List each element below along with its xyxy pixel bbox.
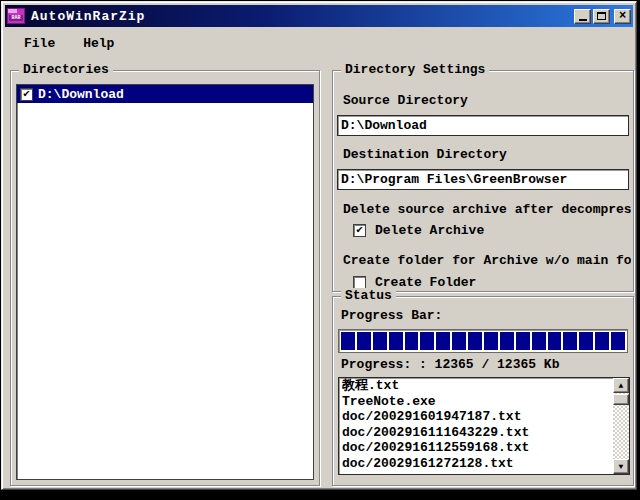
file-row[interactable]: 教程.txt (339, 378, 613, 394)
progress-segment (341, 332, 355, 350)
scrollbar-thumb[interactable] (613, 394, 629, 405)
file-listbox[interactable]: 教程.txtTreeNote.exedoc/200291601947187.tx… (338, 377, 630, 475)
progress-segment (611, 332, 625, 350)
progress-segment (452, 332, 466, 350)
progress-segment (500, 332, 514, 350)
progress-segment (579, 332, 593, 350)
title-bar: RAR AutoWinRarZip × (5, 5, 633, 27)
progress-segment (357, 332, 371, 350)
close-icon: × (619, 10, 626, 22)
file-row[interactable]: TreeNote.exe (339, 394, 613, 410)
window-title: AutoWinRarZip (31, 9, 145, 24)
file-row[interactable]: doc/2002916111643229.txt (339, 425, 613, 441)
delete-archive-checkbox[interactable]: ✔ (353, 224, 366, 237)
create-folder-question: Create folder for Archive w/o main fold (343, 253, 631, 268)
status-group: Status Progress Bar: Progress: : 12365 /… (332, 296, 634, 486)
progress-text: Progress: : 12365 / 12365 Kb (341, 357, 559, 372)
progress-segment (405, 332, 419, 350)
app-icon-label: RAR (9, 15, 23, 21)
progress-segment (420, 332, 434, 350)
file-row[interactable]: doc/20029161272128.txt (339, 456, 613, 472)
scroll-up-button[interactable]: ▲ (613, 378, 629, 393)
delete-archive-question: Delete source archive after decompress? (343, 202, 631, 217)
progress-segment (563, 332, 577, 350)
directory-settings-group: Directory Settings Source Directory Dest… (332, 70, 634, 292)
settings-group-label: Directory Settings (341, 62, 489, 77)
destination-directory-input[interactable] (337, 169, 629, 190)
source-directory-input[interactable] (337, 115, 629, 136)
progress-segment (436, 332, 450, 350)
check-icon: ✔ (356, 225, 363, 236)
progress-segment (532, 332, 546, 350)
maximize-icon (597, 12, 606, 20)
progress-bar-label: Progress Bar: (341, 308, 442, 323)
directory-path: D:\Download (38, 87, 124, 102)
directories-group: Directories ✔ D:\Download (10, 70, 320, 486)
check-icon: ✔ (23, 89, 30, 100)
arrow-down-icon: ▼ (619, 462, 624, 471)
progress-segment (516, 332, 530, 350)
progress-segment (548, 332, 562, 350)
progress-segment (595, 332, 609, 350)
minimize-icon (579, 19, 587, 21)
file-row[interactable]: doc/200291601947187.txt (339, 409, 613, 425)
delete-archive-label: Delete Archive (375, 223, 484, 238)
directory-list-item[interactable]: ✔ D:\Download (17, 85, 313, 103)
directory-checkbox[interactable]: ✔ (20, 88, 33, 101)
menu-file[interactable]: File (16, 34, 63, 53)
maximize-button[interactable] (593, 9, 610, 24)
file-row[interactable]: doc/2002916112559168.txt (339, 440, 613, 456)
progress-segment (468, 332, 482, 350)
source-directory-label: Source Directory (343, 93, 468, 108)
directories-group-label: Directories (19, 62, 113, 77)
window-controls: × (572, 9, 631, 24)
app-window: RAR AutoWinRarZip × File Help Directorie… (1, 1, 637, 490)
app-icon: RAR (7, 8, 25, 24)
delete-archive-checkbox-row[interactable]: ✔ Delete Archive (353, 223, 484, 238)
destination-directory-label: Destination Directory (343, 147, 507, 162)
close-button[interactable]: × (614, 9, 631, 24)
minimize-button[interactable] (574, 9, 591, 24)
file-list-scrollbar[interactable]: ▲ ▼ (613, 378, 629, 474)
progress-segment (373, 332, 387, 350)
arrow-up-icon: ▲ (619, 381, 624, 390)
status-group-label: Status (341, 288, 396, 303)
menu-bar: File Help (6, 31, 632, 55)
menu-help[interactable]: Help (75, 34, 122, 53)
scroll-down-button[interactable]: ▼ (613, 459, 629, 474)
progress-segment (484, 332, 498, 350)
directories-list[interactable]: ✔ D:\Download (16, 84, 314, 480)
progress-bar (338, 329, 628, 353)
file-list: 教程.txtTreeNote.exedoc/200291601947187.tx… (339, 378, 613, 474)
progress-segment (389, 332, 403, 350)
